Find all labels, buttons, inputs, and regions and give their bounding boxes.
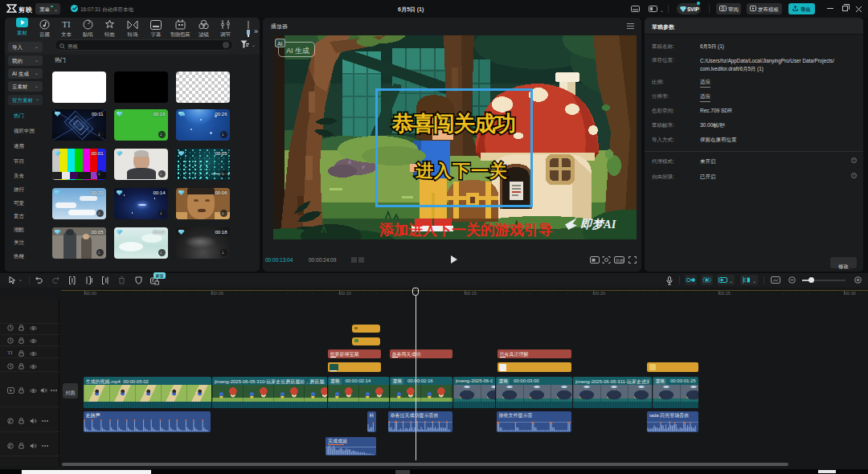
svg-text:进入下一关: 进入下一关 xyxy=(415,161,508,181)
svg-text:比例: 比例 xyxy=(616,258,624,264)
svg-text:恭喜闯关成功: 恭喜闯关成功 xyxy=(391,112,515,136)
